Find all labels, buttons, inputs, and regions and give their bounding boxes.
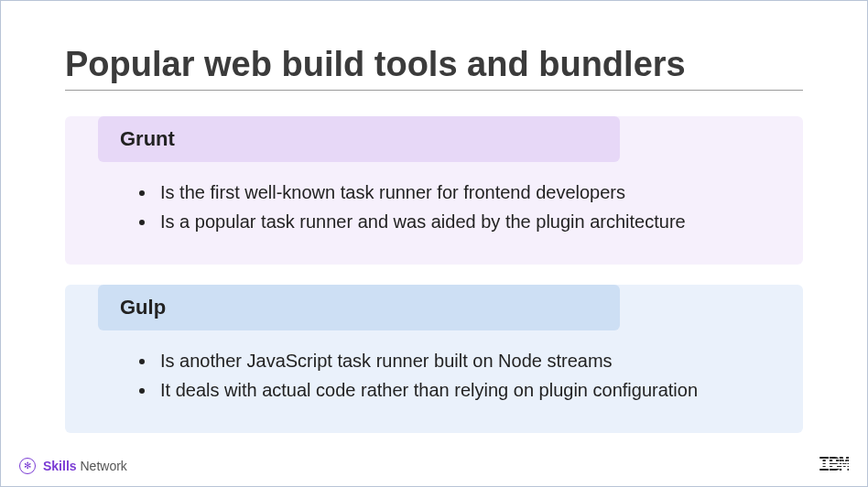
- skills-network-text: Skills Network: [43, 459, 127, 473]
- section-heading-grunt: Grunt: [98, 116, 620, 162]
- page-title: Popular web build tools and bundlers: [65, 45, 803, 91]
- section-gulp: Gulp Is another JavaScript task runner b…: [65, 285, 803, 433]
- footer: ✻ Skills Network IBM: [19, 454, 849, 477]
- list-item: Is another JavaScript task runner built …: [157, 347, 803, 374]
- bullet-list-grunt: Is the first well-known task runner for …: [157, 179, 803, 235]
- section-heading-gulp: Gulp: [98, 285, 620, 330]
- skills-network-icon: ✻: [19, 458, 36, 474]
- list-item: Is the first well-known task runner for …: [157, 179, 803, 206]
- bullet-list-gulp: Is another JavaScript task runner built …: [157, 347, 803, 404]
- section-grunt: Grunt Is the first well-known task runne…: [65, 116, 803, 265]
- list-item: It deals with actual code rather than re…: [157, 376, 803, 404]
- ibm-logo: IBM: [818, 454, 849, 477]
- list-item: Is a popular task runner and was aided b…: [157, 208, 803, 235]
- slide: Popular web build tools and bundlers Gru…: [1, 1, 867, 433]
- skills-network-brand: ✻ Skills Network: [19, 458, 127, 474]
